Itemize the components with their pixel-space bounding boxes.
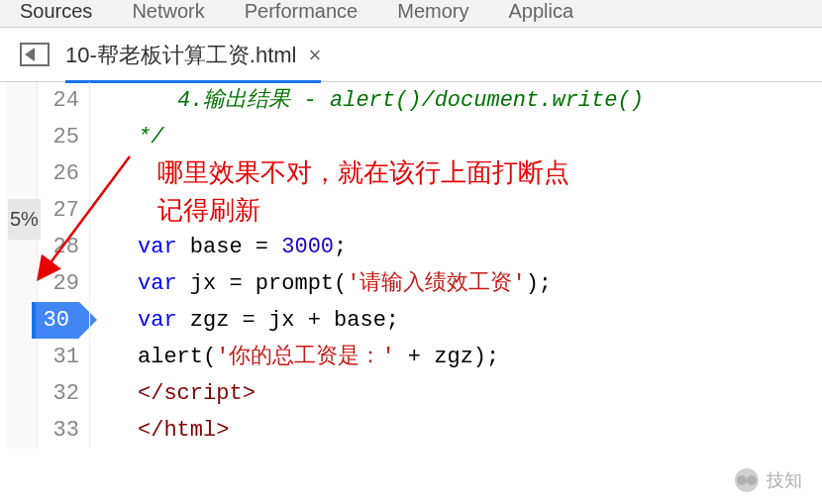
line-number-gutter[interactable]: 24 25 26 27 28 29 30 31 32 33	[38, 82, 89, 449]
breakpoint-line-number[interactable]: 30	[32, 302, 79, 339]
line-number[interactable]: 29	[38, 265, 79, 302]
code-area[interactable]: 哪里效果不对，就在该行上面打断点 记得刷新 4.输出结果 - alert()/d…	[89, 82, 644, 449]
code-line	[98, 192, 644, 229]
code-line: var base = 3000;	[98, 229, 644, 265]
line-number[interactable]: 24	[38, 82, 79, 119]
watermark: 技知	[735, 468, 802, 492]
tab-performance[interactable]: Performance	[245, 0, 359, 23]
code-line: var jx = prompt('请输入绩效工资');	[98, 265, 644, 302]
line-number[interactable]: 27	[38, 192, 79, 229]
close-icon[interactable]: ×	[308, 43, 321, 68]
devtools-tabs: Sources Network Performance Memory Appli…	[0, 0, 822, 28]
code-line: var zgz = jx + base;	[98, 302, 644, 339]
code-editor: 5% 24 25 26 27 28 29 30 31 32 33 哪里效果不对，…	[6, 82, 822, 449]
watermark-text: 技知	[767, 468, 802, 492]
file-tab-bar: 10-帮老板计算工资.html ×	[0, 28, 822, 82]
tab-application[interactable]: Applica	[508, 0, 573, 23]
line-number[interactable]: 31	[38, 339, 79, 375]
navigator-toggle-icon[interactable]	[20, 43, 48, 66]
wechat-icon	[735, 468, 759, 492]
code-line: </script>	[98, 375, 644, 412]
code-line: 4.输出结果 - alert()/document.write()	[98, 82, 644, 119]
tab-network[interactable]: Network	[132, 0, 204, 23]
code-line: alert('你的总工资是：' + zgz);	[98, 339, 644, 375]
tab-sources[interactable]: Sources	[20, 0, 92, 23]
code-line: */	[98, 119, 644, 155]
line-number[interactable]: 32	[38, 375, 79, 412]
file-tab[interactable]: 10-帮老板计算工资.html ×	[65, 27, 321, 83]
tab-memory[interactable]: Memory	[397, 0, 468, 23]
file-name: 10-帮老板计算工资.html	[65, 41, 296, 70]
line-number[interactable]: 25	[38, 119, 79, 155]
code-line	[98, 155, 644, 192]
line-number[interactable]: 33	[38, 412, 79, 449]
line-number[interactable]: 26	[38, 155, 79, 192]
coverage-label: 5%	[8, 199, 41, 240]
code-line: </html>	[98, 412, 644, 449]
left-gutter: 5%	[6, 82, 38, 449]
line-number[interactable]: 28	[38, 229, 79, 265]
